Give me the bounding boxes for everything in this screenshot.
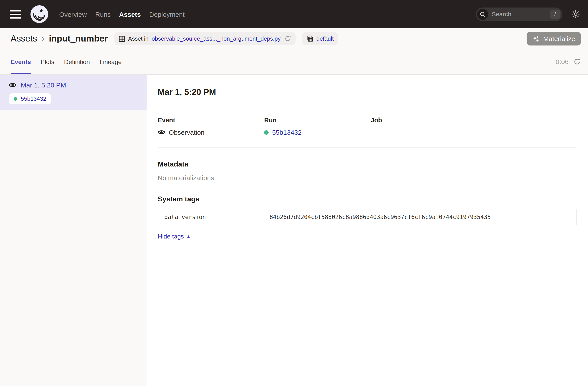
- run-column: Run 55b13432: [264, 117, 371, 136]
- observation-eye-icon: [9, 82, 16, 88]
- run-status-dot: [14, 97, 17, 101]
- asset-grid-icon: [119, 36, 125, 42]
- event-column: Event Observation: [158, 117, 264, 136]
- divider: [158, 147, 577, 147]
- nav-item-deployment[interactable]: Deployment: [149, 10, 185, 18]
- content-area: Mar 1, 5:20 PM 55b13432 Mar 1, 5:20 PM E…: [0, 75, 588, 386]
- top-nav: Overview Runs Assets Deployment /: [0, 0, 588, 28]
- refresh-icon[interactable]: [573, 58, 581, 65]
- event-detail-title: Mar 1, 5:20 PM: [158, 87, 577, 97]
- tag-key-cell: data_version: [158, 209, 263, 225]
- event-detail-panel: Mar 1, 5:20 PM Event Observation: [147, 75, 588, 386]
- hide-tags-link[interactable]: Hide tags ▲: [158, 233, 190, 240]
- nav-item-overview[interactable]: Overview: [59, 10, 87, 18]
- app-window: Overview Runs Assets Deployment / Asset: [0, 0, 588, 386]
- asset-header: Assets › input_number Asset in observabl…: [0, 28, 588, 49]
- event-timestamp-row: Mar 1, 5:20 PM: [9, 81, 138, 89]
- events-sidebar: Mar 1, 5:20 PM 55b13432: [0, 75, 147, 386]
- metadata-section: Metadata No materializations: [158, 160, 577, 182]
- hide-tags-label: Hide tags: [158, 233, 184, 240]
- primary-nav: Overview Runs Assets Deployment: [59, 10, 185, 18]
- page-title: input_number: [49, 34, 108, 44]
- global-search[interactable]: /: [476, 7, 562, 21]
- materialize-label: Materialize: [543, 35, 575, 42]
- nav-item-assets[interactable]: Assets: [119, 10, 141, 18]
- search-icon: [477, 9, 488, 20]
- observation-eye-icon: [158, 129, 165, 135]
- run-id-link[interactable]: 55b13432: [272, 128, 302, 136]
- reload-location-icon[interactable]: [285, 35, 291, 42]
- sparkles-icon: [533, 35, 540, 42]
- job-column-label: Job: [371, 117, 477, 124]
- tab-definition[interactable]: Definition: [64, 49, 90, 74]
- metadata-empty-text: No materializations: [158, 174, 577, 182]
- menu-hamburger-icon[interactable]: [10, 10, 21, 18]
- tab-lineage[interactable]: Lineage: [100, 49, 122, 74]
- job-column: Job —: [371, 117, 477, 136]
- repository-link[interactable]: default: [316, 35, 334, 42]
- system-tags-table: data_version 84b26d7d9204cbf588026c8a988…: [158, 209, 577, 225]
- asset-location-pill: Asset in observable_source_ass..._non_ar…: [114, 32, 295, 45]
- run-column-label: Run: [264, 117, 371, 124]
- table-row: data_version 84b26d7d9204cbf588026c8a988…: [158, 209, 576, 225]
- repository-icon: [307, 35, 314, 42]
- breadcrumb-chevron-icon: ›: [41, 34, 45, 44]
- refresh-countdown: 0:06: [556, 58, 568, 65]
- event-timestamp-link[interactable]: Mar 1, 5:20 PM: [21, 81, 66, 89]
- repository-pill: default: [302, 32, 338, 45]
- tab-events[interactable]: Events: [11, 49, 31, 74]
- materialize-button[interactable]: Materialize: [527, 32, 581, 45]
- job-empty-value: —: [371, 128, 377, 136]
- run-id-badge[interactable]: 55b13432: [9, 93, 51, 104]
- settings-gear-icon[interactable]: [571, 10, 580, 19]
- event-type-value: Observation: [169, 128, 205, 136]
- tag-value-cell: 84b26d7d9204cbf588026c8a9886d403a6c9637c…: [263, 209, 576, 225]
- system-tags-heading: System tags: [158, 195, 577, 203]
- caret-up-icon: ▲: [187, 234, 190, 239]
- asset-tabs-bar: Events Plots Definition Lineage 0:06: [0, 49, 588, 75]
- refresh-area: 0:06: [556, 49, 581, 74]
- system-tags-section: System tags data_version 84b26d7d9204cbf…: [158, 195, 577, 240]
- run-status-dot: [264, 130, 269, 135]
- event-list-item[interactable]: Mar 1, 5:20 PM 55b13432: [0, 75, 147, 110]
- asset-pill-prefix: Asset in: [128, 35, 149, 42]
- asset-definition-link[interactable]: observable_source_ass..._non_argument_de…: [152, 35, 281, 42]
- asset-tabs: Events Plots Definition Lineage: [11, 49, 122, 74]
- metadata-heading: Metadata: [158, 160, 577, 168]
- event-column-label: Event: [158, 117, 264, 124]
- run-id-label: 55b13432: [21, 95, 46, 102]
- breadcrumb-assets-link[interactable]: Assets: [11, 34, 37, 44]
- nav-item-runs[interactable]: Runs: [95, 10, 111, 18]
- search-shortcut-key: /: [550, 9, 560, 19]
- search-input[interactable]: [492, 11, 550, 18]
- dagster-logo[interactable]: [30, 5, 49, 23]
- tab-plots[interactable]: Plots: [41, 49, 54, 74]
- event-summary-columns: Event Observation Run: [158, 109, 577, 147]
